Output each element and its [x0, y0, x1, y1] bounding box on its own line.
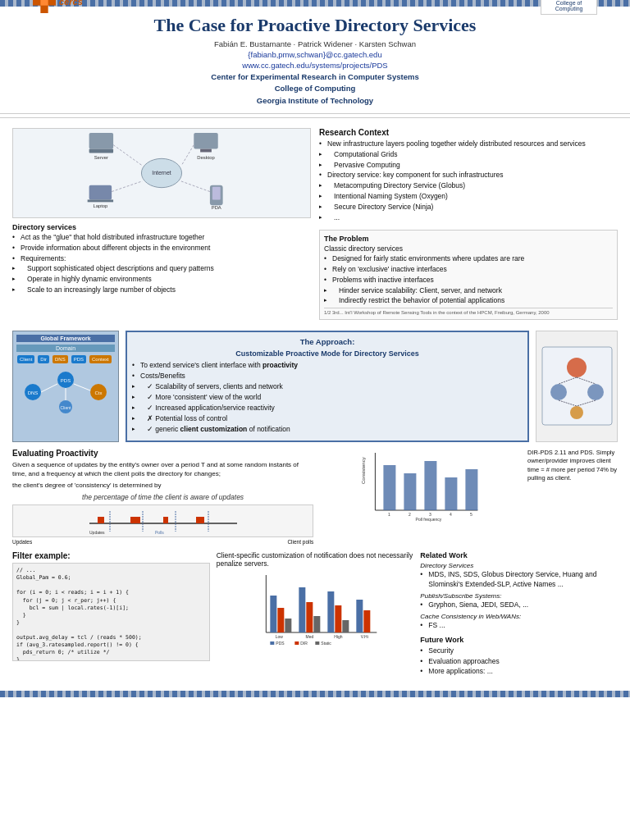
svg-line-30 — [74, 384, 90, 390]
ap-bullet-3: ✓ More 'consistent' view of the world — [132, 393, 523, 403]
eval-formula: the percentage of time the client is awa… — [12, 493, 313, 501]
gfb-title: Global Framework — [16, 335, 115, 342]
approach-list: To extend service's client interface wit… — [132, 361, 523, 434]
ap-bullet-cb: Costs/Benefits — [132, 372, 523, 381]
svg-text:PDS: PDS — [276, 641, 285, 645]
header-logos: cercs Georgia Tech College ofComputing — [16, 0, 614, 15]
svg-rect-83 — [270, 641, 274, 645]
bottom-border — [0, 691, 630, 697]
fw-item1: Security — [420, 646, 618, 656]
future-work-title: Future Work — [420, 636, 618, 644]
cercs-label: cercs — [59, 0, 83, 7]
filter-example-col: Filter example: // ... Global_Pam = 0.6;… — [12, 551, 210, 678]
cercs-logo: cercs — [33, 0, 83, 13]
rc-bullet-6: Intentional Naming System (Oxygen) — [319, 192, 618, 202]
dir-bullet-4: Operate in highly dynamic environments — [12, 275, 311, 285]
directory-services-section: Directory services Act as the "glue" tha… — [12, 223, 311, 295]
dir-bullet-2: Provide information about different obje… — [12, 244, 311, 253]
svg-text:High: High — [334, 634, 343, 639]
dir-bullet-1: Act as the "glue" that hold distributed … — [12, 233, 311, 243]
related-pubsub-item1: Gryphon, Siena, JEDI, SEDA, ... — [420, 600, 618, 610]
dir-services-title: Directory services — [12, 223, 311, 231]
email: {fabianb,pmw,schwan}@cc.gatech.edu — [16, 50, 614, 59]
svg-text:4: 4 — [450, 512, 452, 517]
svg-rect-69 — [277, 608, 284, 632]
research-context-list: New infrastructure layers pooling togeth… — [319, 139, 618, 223]
svg-rect-68 — [270, 596, 276, 632]
cercs-cross-icon — [33, 0, 56, 13]
svg-text:Server: Server — [94, 155, 108, 160]
related-work-title: Related Work — [420, 551, 618, 559]
network-diagram: Server Desktop Laptop PDA Internet — [12, 128, 311, 218]
pb-bullet-5: Indirectly restrict the behavior of pote… — [324, 296, 613, 306]
svg-text:Laptop: Laptop — [93, 203, 108, 208]
svg-text:1: 1 — [388, 512, 390, 517]
svg-rect-13 — [212, 186, 221, 199]
svg-text:Poll frequency: Poll frequency — [416, 517, 442, 522]
svg-rect-59 — [466, 469, 478, 510]
ap-bullet-6: ✓ generic client customization of notifi… — [132, 425, 523, 435]
svg-rect-57 — [425, 461, 437, 510]
problem-box: The Problem Classic directory services D… — [319, 230, 618, 320]
svg-rect-74 — [327, 591, 334, 632]
rc-bullet-1: New infrastructure layers pooling togeth… — [319, 139, 618, 149]
svg-rect-42 — [98, 517, 104, 523]
svg-rect-4 — [89, 148, 113, 153]
ap-bullet-4: ✓ Increased application/service reactivi… — [132, 404, 523, 413]
svg-point-36 — [570, 406, 583, 419]
rc-bullet-3: Pervasive Computing — [319, 161, 618, 171]
related-dir-list: MDS, INS, SDS, Globus Directory Service,… — [420, 570, 618, 590]
svg-text:DNS: DNS — [28, 390, 39, 395]
timeline-labels: Updates Client polls — [12, 539, 313, 545]
tl-label-updates: Updates — [12, 539, 32, 545]
svg-text:Polls: Polls — [155, 530, 164, 535]
related-cache-list: FS ... — [420, 621, 618, 631]
approach-label: The Approach: — [132, 337, 523, 346]
college: College of Computing — [16, 83, 614, 94]
svg-point-35 — [587, 384, 604, 400]
rc-bullet-8: ... — [319, 213, 618, 223]
svg-line-18 — [182, 144, 194, 165]
rc-bullet-4: Directory service: key component for suc… — [319, 171, 618, 180]
global-framework-box: Global Framework Domain Client Dir DNS P… — [12, 331, 119, 441]
svg-rect-85 — [294, 641, 299, 645]
svg-rect-56 — [404, 473, 417, 510]
filter-example-title: Filter example: — [12, 551, 210, 560]
right-diagram-box — [536, 331, 618, 441]
svg-text:Desktop: Desktop — [197, 155, 215, 160]
center: Center for Experimental Research in Comp… — [16, 71, 614, 83]
tl-label-polls: Client polls — [287, 539, 313, 545]
institute: Georgia Institute of Technology — [16, 95, 614, 107]
eval-col1: Evaluating Proactivity Given a sequence … — [12, 449, 313, 546]
future-work-list: Security Evaluation approaches More appl… — [420, 646, 618, 678]
pb-bullet-4: Hinder service scalability: Client, serv… — [324, 286, 613, 296]
svg-text:Med: Med — [305, 634, 313, 639]
pb-bullet-3: Problems with inactive interfaces — [324, 276, 613, 285]
svg-rect-71 — [299, 587, 305, 632]
related-cache-title: Cache Consistency in Web/WANs: — [420, 613, 618, 620]
svg-point-33 — [567, 358, 587, 377]
dir-bullet-3: Support sophisticated object description… — [12, 264, 311, 274]
svg-rect-58 — [445, 477, 458, 510]
svg-rect-73 — [313, 616, 320, 632]
problem-subtitle: Classic directory services — [324, 244, 613, 253]
gfb-node-dir: Dir — [38, 355, 49, 363]
client-notification-col: Client-specific customization of notific… — [217, 551, 414, 678]
rc-bullet-5: Metacomputing Directory Service (Globus) — [319, 181, 618, 191]
svg-rect-7 — [200, 148, 212, 152]
eval-col3: DIR-PDS 2.11 and PDS. Simply owner/provi… — [527, 449, 618, 546]
related-pubsub-list: Gryphon, Siena, JEDI, SEDA, ... — [420, 600, 618, 610]
svg-text:Internet: Internet — [152, 170, 171, 176]
network-svg: Server Desktop Laptop PDA Internet — [13, 129, 310, 217]
related-cache: Cache Consistency in Web/WANs: FS ... — [420, 613, 618, 631]
rc-bullet-2: Computational Grids — [319, 150, 618, 160]
rc-bullet-7: Secure Directory Service (Ninja) — [319, 203, 618, 212]
svg-text:Low: Low — [275, 634, 283, 639]
georgia-tech-logo: Georgia Tech College ofComputing — [541, 0, 597, 15]
svg-rect-6 — [194, 133, 217, 149]
gfb-domain: Domain — [16, 345, 115, 352]
research-context-title: Research Context — [319, 128, 618, 137]
url: www.cc.gatech.edu/systems/projects/PDS — [16, 61, 614, 70]
svg-rect-70 — [285, 619, 291, 632]
top-two-col: Server Desktop Laptop PDA Internet — [12, 128, 618, 325]
